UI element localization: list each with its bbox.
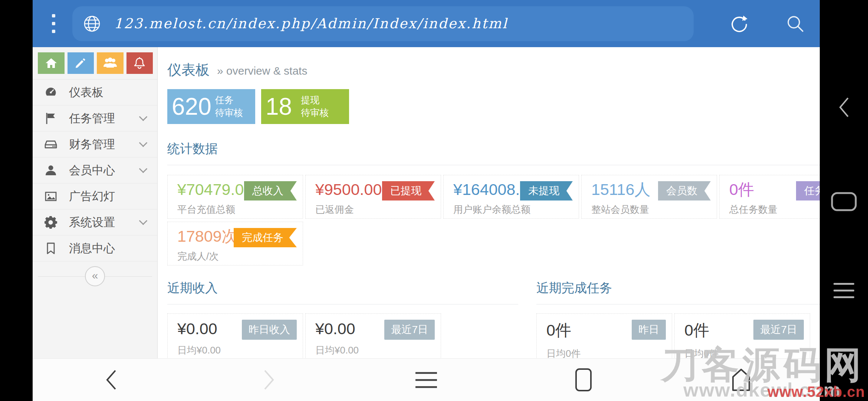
stats-cards-row-1: ¥70479.00 平台充值总额 总收入 ¥9500.00 已返佣金 已提现 ¥… [167, 175, 820, 219]
sidebar-item-label: 系统设置 [69, 215, 115, 230]
edit-quick-button[interactable] [68, 52, 94, 74]
stat-card-total-income: ¥70479.00 平台充值总额 总收入 [167, 175, 303, 219]
page-content: 仪表板 任务管理 [33, 47, 820, 358]
income-sub: 日均¥0.00 [177, 344, 297, 357]
stat-card-task-count: 0件 总任务数量 任务数 [719, 175, 820, 219]
url-text[interactable]: 123.melost.cn/index.php/Admin/Index/inde… [114, 16, 508, 32]
nav-menu-button[interactable] [404, 363, 448, 397]
recent-tasks-title: 近期完成任务 [536, 280, 820, 297]
sidebar-item-ads[interactable]: 广告幻灯 [33, 183, 157, 209]
sidebar-item-tasks[interactable]: 任务管理 [33, 105, 157, 131]
search-icon[interactable] [785, 13, 806, 34]
home-quick-button[interactable] [38, 52, 65, 74]
bookmark-icon [44, 241, 58, 255]
tasks-sub: 日均0件 [684, 347, 805, 358]
address-bar[interactable]: 123.melost.cn/index.php/Admin/Index/inde… [72, 6, 694, 41]
tasks-sub: 日均0件 [546, 347, 667, 358]
recent-income-title: 近期收入 [167, 280, 518, 297]
box-tag: 提现 [301, 95, 319, 105]
edge-back-icon [836, 96, 851, 119]
stat-badge: 已提现 [382, 181, 435, 200]
stat-card-withdrawn: ¥9500.00 已返佣金 已提现 [305, 175, 441, 219]
stat-label: 平台充值总额 [177, 203, 297, 216]
sidebar-item-dashboard[interactable]: 仪表板 [33, 79, 157, 105]
income-card-7days: ¥0.00 日均¥0.00 最近7日 [305, 313, 441, 358]
notifications-quick-button[interactable] [126, 52, 153, 74]
box-tag: 任务 [215, 95, 234, 105]
nav-forward-button[interactable] [247, 363, 291, 397]
menu-icon [415, 372, 437, 388]
stat-badge: 会员数 [658, 181, 711, 200]
gauge-icon [44, 85, 58, 100]
sidebar-item-members[interactable]: 会员中心 [33, 157, 157, 183]
sidebar-item-label: 财务管理 [69, 137, 115, 152]
pending-tasks-box[interactable]: 620 任务 待审核 [167, 89, 255, 124]
browser-window: 123.melost.cn/index.php/Admin/Index/inde… [33, 0, 820, 401]
recent-sections: 近期收入 ¥0.00 日均¥0.00 昨日收入 ¥0.00 日均¥0.00 [167, 280, 820, 358]
box-status: 待审核 [215, 107, 243, 118]
tasks-badge: 最近7日 [753, 320, 804, 340]
phone-screen: 123.melost.cn/index.php/Admin/Index/inde… [0, 0, 868, 401]
recent-income-section: 近期收入 ¥0.00 日均¥0.00 昨日收入 ¥0.00 日均¥0.00 [167, 280, 518, 358]
sidebar-collapse-button[interactable]: « [85, 266, 105, 286]
edge-back-button[interactable] [836, 96, 851, 120]
edge-toolbar [820, 0, 868, 401]
sidebar-item-finance[interactable]: 财务管理 [33, 131, 157, 157]
chevron-down-icon [139, 164, 148, 173]
user-icon [44, 163, 58, 177]
sidebar-item-settings[interactable]: 系统设置 [33, 209, 157, 235]
stat-badge: 未提现 [520, 181, 573, 200]
back-icon [103, 368, 119, 392]
drive-icon [44, 137, 58, 151]
stat-label: 完成人/次 [177, 250, 297, 263]
pending-withdrawals-count: 18 [266, 95, 292, 118]
stat-badge: 总收入 [244, 181, 297, 200]
income-sub: 日均¥0.00 [315, 344, 435, 357]
chevron-down-icon [139, 113, 148, 121]
stat-label: 已返佣金 [315, 203, 435, 216]
summary-boxes: 620 任务 待审核 18 提现 待审核 [167, 89, 820, 124]
chevron-down-icon [139, 216, 148, 225]
browser-top-bar: 123.melost.cn/index.php/Admin/Index/inde… [33, 0, 820, 47]
tasks-badge: 昨日 [632, 320, 666, 340]
income-badge: 昨日收入 [242, 320, 297, 340]
users-quick-button[interactable] [97, 52, 124, 74]
edge-menu-button[interactable] [834, 283, 854, 298]
income-badge: 最近7日 [384, 320, 435, 340]
browser-menu-icon[interactable] [52, 14, 55, 33]
sidebar-item-messages[interactable]: 消息中心 [33, 235, 157, 261]
chevron-down-icon [139, 138, 148, 147]
users-icon [103, 56, 118, 70]
nav-back-button[interactable] [89, 363, 134, 397]
bell-icon [133, 56, 146, 70]
edge-recent-button[interactable] [830, 191, 858, 213]
sidebar: 仪表板 任务管理 [33, 47, 158, 358]
pending-withdrawals-box[interactable]: 18 提现 待审核 [261, 89, 349, 124]
divider [536, 304, 820, 304]
stat-label: 总任务数量 [729, 203, 820, 216]
nav-tabs-button[interactable] [561, 363, 606, 397]
sidebar-item-label: 消息中心 [69, 241, 115, 256]
nav-home-button[interactable] [719, 363, 763, 397]
box-status: 待审核 [301, 107, 329, 118]
sidebar-item-label: 任务管理 [69, 111, 115, 126]
edge-menu-icon [834, 283, 854, 298]
image-icon [44, 189, 58, 203]
tasks-card-yesterday: 0件 日均0件 昨日 [536, 313, 672, 358]
pencil-icon [74, 56, 87, 70]
tasks-card-7days: 0件 日均0件 最近7日 [674, 313, 810, 358]
stat-card-unwithdrawn: ¥164008.7 用户账户余额总额 未提现 [443, 175, 579, 219]
tasks-cards-row: 0件 日均0件 昨日 0件 日均0件 最近7日 [536, 313, 820, 358]
divider [167, 304, 518, 304]
flag-icon [44, 111, 58, 125]
home-nav-icon [731, 368, 751, 392]
stats-cards-row-2: 17809次 完成人/次 完成任务 [167, 222, 820, 265]
gear-icon [44, 215, 58, 229]
stat-badge: 任务数 [796, 181, 820, 200]
page-title: 仪表板 [167, 61, 210, 79]
main-panel: 仪表板 » overview & stats 620 任务 待审核 18 提现 … [158, 47, 820, 358]
edge-square-icon [830, 191, 858, 212]
breadcrumb-path: » overview & stats [217, 65, 307, 77]
refresh-icon[interactable] [730, 14, 749, 33]
forward-icon [261, 368, 277, 392]
